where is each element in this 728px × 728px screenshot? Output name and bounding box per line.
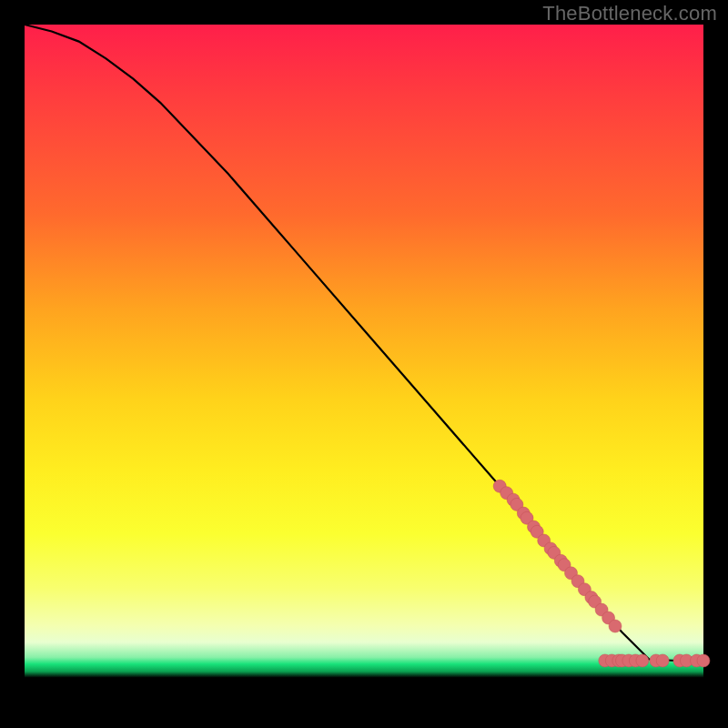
scatter-dot [697,654,710,667]
scatter-dot [656,654,669,667]
bottleneck-curve [25,25,703,661]
chart-svg [25,25,703,703]
plot-area [25,25,703,703]
scatter-dots [493,480,710,667]
watermark-text: TheBottleneck.com [542,2,717,25]
scatter-dot [636,654,649,667]
chart-frame: TheBottleneck.com [0,0,728,728]
scatter-dot [609,620,622,632]
